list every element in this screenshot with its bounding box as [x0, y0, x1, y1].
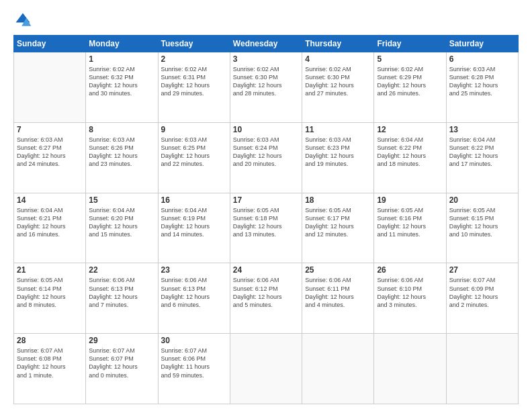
calendar-cell [374, 334, 446, 404]
calendar-cell: 7Sunrise: 6:03 AM Sunset: 6:27 PM Daylig… [14, 122, 86, 193]
cell-info: Sunrise: 6:03 AM Sunset: 6:23 PM Dayligh… [305, 136, 371, 169]
calendar-cell: 30Sunrise: 6:07 AM Sunset: 6:06 PM Dayli… [158, 334, 230, 404]
day-number: 14 [17, 195, 83, 205]
calendar-cell: 1Sunrise: 6:02 AM Sunset: 6:32 PM Daylig… [86, 52, 158, 123]
cell-info: Sunrise: 6:06 AM Sunset: 6:13 PM Dayligh… [89, 276, 154, 309]
calendar-cell: 6Sunrise: 6:03 AM Sunset: 6:28 PM Daylig… [446, 52, 518, 123]
cell-info: Sunrise: 6:03 AM Sunset: 6:24 PM Dayligh… [233, 136, 299, 169]
cell-info: Sunrise: 6:03 AM Sunset: 6:27 PM Dayligh… [17, 136, 83, 169]
weekday-header: Saturday [446, 36, 518, 52]
calendar-cell: 10Sunrise: 6:03 AM Sunset: 6:24 PM Dayli… [230, 122, 302, 193]
logo-icon [13, 11, 32, 30]
calendar-cell [230, 334, 302, 404]
day-number: 8 [89, 125, 154, 134]
day-number: 22 [89, 265, 154, 275]
calendar-cell: 22Sunrise: 6:06 AM Sunset: 6:13 PM Dayli… [86, 263, 158, 334]
calendar-cell: 12Sunrise: 6:04 AM Sunset: 6:22 PM Dayli… [374, 122, 446, 193]
cell-info: Sunrise: 6:05 AM Sunset: 6:18 PM Dayligh… [233, 206, 299, 239]
calendar-week-row: 14Sunrise: 6:04 AM Sunset: 6:21 PM Dayli… [14, 193, 519, 263]
cell-info: Sunrise: 6:02 AM Sunset: 6:31 PM Dayligh… [161, 65, 227, 98]
day-number: 11 [305, 125, 371, 134]
weekday-header: Thursday [302, 36, 374, 52]
day-number: 1 [89, 54, 154, 64]
day-number: 27 [449, 265, 515, 275]
weekday-header-row: SundayMondayTuesdayWednesdayThursdayFrid… [14, 36, 519, 52]
cell-info: Sunrise: 6:02 AM Sunset: 6:32 PM Dayligh… [89, 65, 154, 98]
day-number: 9 [161, 125, 227, 134]
day-number: 21 [17, 265, 83, 275]
calendar-cell: 13Sunrise: 6:04 AM Sunset: 6:22 PM Dayli… [446, 122, 518, 193]
calendar-week-row: 7Sunrise: 6:03 AM Sunset: 6:27 PM Daylig… [14, 122, 519, 193]
calendar-cell: 14Sunrise: 6:04 AM Sunset: 6:21 PM Dayli… [14, 193, 86, 263]
calendar-cell: 9Sunrise: 6:03 AM Sunset: 6:25 PM Daylig… [158, 122, 230, 193]
cell-info: Sunrise: 6:06 AM Sunset: 6:10 PM Dayligh… [377, 276, 443, 309]
day-number: 16 [161, 195, 227, 205]
day-number: 28 [17, 336, 83, 345]
day-number: 2 [161, 54, 227, 64]
calendar-week-row: 28Sunrise: 6:07 AM Sunset: 6:08 PM Dayli… [14, 334, 519, 404]
calendar-table: SundayMondayTuesdayWednesdayThursdayFrid… [13, 35, 519, 404]
cell-info: Sunrise: 6:07 AM Sunset: 6:08 PM Dayligh… [17, 347, 83, 379]
day-number: 13 [449, 125, 515, 134]
day-number: 6 [449, 54, 515, 64]
calendar-cell: 21Sunrise: 6:05 AM Sunset: 6:14 PM Dayli… [14, 263, 86, 334]
calendar-cell: 2Sunrise: 6:02 AM Sunset: 6:31 PM Daylig… [158, 52, 230, 123]
cell-info: Sunrise: 6:07 AM Sunset: 6:09 PM Dayligh… [449, 276, 515, 309]
calendar-cell: 18Sunrise: 6:05 AM Sunset: 6:17 PM Dayli… [302, 193, 374, 263]
calendar-cell: 20Sunrise: 6:05 AM Sunset: 6:15 PM Dayli… [446, 193, 518, 263]
calendar-cell [446, 334, 518, 404]
calendar-cell: 15Sunrise: 6:04 AM Sunset: 6:20 PM Dayli… [86, 193, 158, 263]
weekday-header: Sunday [14, 36, 86, 52]
page-header [13, 11, 519, 30]
day-number: 24 [233, 265, 299, 275]
weekday-header: Monday [86, 36, 158, 52]
calendar-cell: 3Sunrise: 6:02 AM Sunset: 6:30 PM Daylig… [230, 52, 302, 123]
day-number: 12 [377, 125, 443, 134]
calendar-cell: 27Sunrise: 6:07 AM Sunset: 6:09 PM Dayli… [446, 263, 518, 334]
calendar-cell: 17Sunrise: 6:05 AM Sunset: 6:18 PM Dayli… [230, 193, 302, 263]
day-number: 25 [305, 265, 371, 275]
cell-info: Sunrise: 6:03 AM Sunset: 6:25 PM Dayligh… [161, 136, 227, 169]
calendar-cell [302, 334, 374, 404]
calendar-cell: 26Sunrise: 6:06 AM Sunset: 6:10 PM Dayli… [374, 263, 446, 334]
day-number: 30 [161, 336, 227, 345]
calendar-cell: 25Sunrise: 6:06 AM Sunset: 6:11 PM Dayli… [302, 263, 374, 334]
cell-info: Sunrise: 6:05 AM Sunset: 6:16 PM Dayligh… [377, 206, 443, 239]
calendar-cell: 24Sunrise: 6:06 AM Sunset: 6:12 PM Dayli… [230, 263, 302, 334]
cell-info: Sunrise: 6:07 AM Sunset: 6:06 PM Dayligh… [161, 347, 227, 379]
cell-info: Sunrise: 6:05 AM Sunset: 6:14 PM Dayligh… [17, 276, 83, 309]
calendar-page: SundayMondayTuesdayWednesdayThursdayFrid… [0, 0, 532, 411]
cell-info: Sunrise: 6:06 AM Sunset: 6:11 PM Dayligh… [305, 276, 371, 309]
day-number: 26 [377, 265, 443, 275]
calendar-cell: 19Sunrise: 6:05 AM Sunset: 6:16 PM Dayli… [374, 193, 446, 263]
cell-info: Sunrise: 6:02 AM Sunset: 6:29 PM Dayligh… [377, 65, 443, 98]
cell-info: Sunrise: 6:02 AM Sunset: 6:30 PM Dayligh… [305, 65, 371, 98]
weekday-header: Tuesday [158, 36, 230, 52]
cell-info: Sunrise: 6:04 AM Sunset: 6:22 PM Dayligh… [449, 136, 515, 169]
cell-info: Sunrise: 6:03 AM Sunset: 6:28 PM Dayligh… [449, 65, 515, 98]
cell-info: Sunrise: 6:07 AM Sunset: 6:07 PM Dayligh… [89, 347, 154, 379]
cell-info: Sunrise: 6:05 AM Sunset: 6:15 PM Dayligh… [449, 206, 515, 239]
day-number: 4 [305, 54, 371, 64]
calendar-week-row: 21Sunrise: 6:05 AM Sunset: 6:14 PM Dayli… [14, 263, 519, 334]
cell-info: Sunrise: 6:04 AM Sunset: 6:22 PM Dayligh… [377, 136, 443, 169]
calendar-cell: 29Sunrise: 6:07 AM Sunset: 6:07 PM Dayli… [86, 334, 158, 404]
calendar-cell: 5Sunrise: 6:02 AM Sunset: 6:29 PM Daylig… [374, 52, 446, 123]
calendar-cell: 23Sunrise: 6:06 AM Sunset: 6:13 PM Dayli… [158, 263, 230, 334]
day-number: 29 [89, 336, 154, 345]
weekday-header: Friday [374, 36, 446, 52]
day-number: 23 [161, 265, 227, 275]
calendar-cell: 11Sunrise: 6:03 AM Sunset: 6:23 PM Dayli… [302, 122, 374, 193]
day-number: 17 [233, 195, 299, 205]
day-number: 18 [305, 195, 371, 205]
calendar-cell: 8Sunrise: 6:03 AM Sunset: 6:26 PM Daylig… [86, 122, 158, 193]
cell-info: Sunrise: 6:03 AM Sunset: 6:26 PM Dayligh… [89, 136, 154, 169]
cell-info: Sunrise: 6:06 AM Sunset: 6:12 PM Dayligh… [233, 276, 299, 309]
day-number: 19 [377, 195, 443, 205]
day-number: 10 [233, 125, 299, 134]
cell-info: Sunrise: 6:05 AM Sunset: 6:17 PM Dayligh… [305, 206, 371, 239]
day-number: 3 [233, 54, 299, 64]
day-number: 20 [449, 195, 515, 205]
cell-info: Sunrise: 6:04 AM Sunset: 6:19 PM Dayligh… [161, 206, 227, 239]
day-number: 5 [377, 54, 443, 64]
